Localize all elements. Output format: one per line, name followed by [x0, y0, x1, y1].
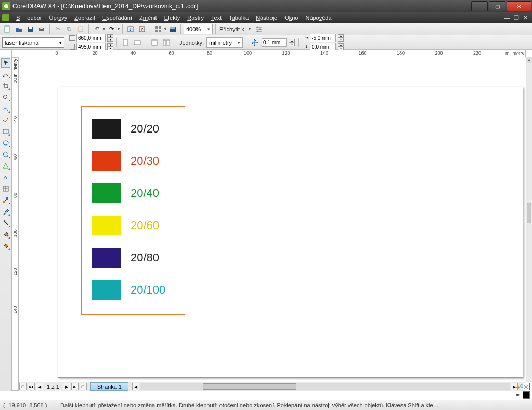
welcome-button[interactable] [167, 24, 178, 34]
menu-okno[interactable]: Okno [281, 15, 302, 21]
page-width-spinner[interactable]: ▴▾ [107, 34, 113, 42]
scroll-up-button[interactable]: ▲ [526, 57, 532, 63]
menu-upravy[interactable]: Úpravy [45, 15, 71, 21]
smart-drawing-tool[interactable] [1, 115, 10, 125]
menu-napoveda[interactable]: Nápověda [302, 15, 335, 21]
last-page-button[interactable]: ⏭ [71, 383, 79, 390]
next-page-button[interactable]: ▶ [63, 383, 70, 390]
svg-rect-10 [155, 30, 158, 32]
mdi-minimize-button[interactable]: — [502, 15, 512, 21]
app-launcher-button[interactable] [153, 24, 163, 34]
outline-color-indicator[interactable] [523, 391, 530, 399]
print-button[interactable] [36, 24, 47, 34]
zoom-select[interactable]: 400% [184, 24, 213, 34]
fill-tool[interactable] [1, 230, 10, 239]
no-fill-indicator[interactable] [523, 383, 530, 390]
crop-tool[interactable] [1, 81, 10, 90]
menu-tabulka[interactable]: Tabulka [225, 15, 252, 21]
freehand-tool[interactable] [1, 104, 10, 113]
pick-tool[interactable] [1, 58, 10, 68]
svg-point-15 [259, 28, 261, 30]
first-page-button[interactable]: ⏮ [28, 383, 35, 390]
nudge-input[interactable] [262, 38, 287, 47]
page-navigator: ⊞ ⏮ ◀ 1 z 1 ▶ ⏭ ⊞ Stránka 1 ◀ ▶ 🔍 [19, 382, 526, 391]
page-width-input[interactable] [76, 34, 106, 42]
menu-usporadani[interactable]: Uspořádání [99, 15, 136, 21]
options-button[interactable] [254, 24, 264, 34]
page-preset-select[interactable]: laser tiskárna [2, 37, 64, 48]
ruler-vertical[interactable]: milimetry 20406080100120140 [11, 57, 19, 391]
horizontal-scrollbar[interactable]: ◀ ▶ 🔍 [132, 383, 526, 390]
units-label: Jednotky: [178, 39, 205, 46]
vertical-scrollbar[interactable]: ▲ [526, 57, 532, 382]
rectangle-tool[interactable] [1, 127, 10, 136]
toolbox: A [0, 57, 11, 391]
undo-button[interactable]: ↶ [92, 24, 102, 34]
pages-facing-button[interactable] [161, 37, 172, 48]
window-titlebar: CorelDRAW X4 - [C:\Knedlová\Hein_2014_DP… [0, 0, 532, 12]
fill-bucket-icon: ◆ [514, 383, 522, 390]
menu-nastroje[interactable]: Nástroje [252, 15, 281, 21]
menu-soubor[interactable]: Soubor [12, 15, 45, 21]
color-swatch [92, 151, 121, 171]
ruler-horizontal[interactable]: 020406080100120140160180200220 milimetry [11, 50, 526, 57]
redo-button[interactable]: ↷ [106, 24, 116, 34]
cut-button[interactable]: ✂ [53, 24, 63, 34]
menu-zmenit[interactable]: Změnit [136, 15, 161, 21]
table-tool[interactable] [1, 184, 10, 193]
pages-single-button[interactable] [149, 37, 160, 48]
outline-tool[interactable] [1, 218, 10, 228]
dup-y-spinner[interactable]: ▴▾ [338, 43, 344, 50]
new-button[interactable] [2, 24, 12, 34]
open-button[interactable] [14, 24, 24, 34]
scroll-left-button[interactable]: ◀ [132, 383, 139, 390]
units-select[interactable]: milimetry [206, 37, 243, 48]
mdi-close-button[interactable]: ✕ [521, 15, 530, 21]
save-button[interactable] [25, 24, 35, 34]
ruler-v-label: 40 [12, 116, 18, 121]
menu-efekty[interactable]: Efekty [161, 15, 184, 21]
ruler-h-label: 80 [207, 50, 212, 56]
svg-rect-18 [134, 41, 140, 45]
eyedropper-tool[interactable] [1, 207, 10, 216]
interactive-fill-tool[interactable] [1, 241, 10, 250]
svg-rect-32 [6, 197, 8, 200]
polygon-tool[interactable] [1, 150, 10, 159]
add-page-after-button[interactable]: ⊞ [80, 383, 87, 390]
page-tab-1[interactable]: Stránka 1 [90, 382, 128, 391]
snap-dropdown[interactable]: ▾ [246, 27, 253, 31]
minimize-button[interactable]: — [471, 1, 488, 11]
menu-text[interactable]: Text [207, 15, 225, 21]
shape-tool[interactable] [1, 70, 10, 79]
basic-shapes-tool[interactable] [1, 161, 10, 170]
copy-button[interactable]: ⧉ [64, 24, 74, 34]
text-tool[interactable]: A [1, 173, 10, 182]
nudge-spinner[interactable]: ▴▾ [289, 39, 295, 46]
svg-point-26 [3, 141, 8, 145]
export-button[interactable] [137, 24, 147, 34]
drawing-canvas[interactable]: 20/2020/3020/4020/6020/8020/100 [19, 57, 526, 382]
scroll-thumb[interactable] [527, 203, 531, 223]
prev-page-button[interactable]: ◀ [36, 383, 43, 390]
mdi-restore-button[interactable]: ❐ [512, 15, 521, 21]
paste-button[interactable]: 📋 [75, 24, 86, 34]
landscape-button[interactable] [132, 37, 142, 48]
hscroll-thumb[interactable] [203, 383, 296, 390]
ellipse-tool[interactable] [1, 138, 10, 148]
zoom-tool[interactable] [1, 92, 10, 102]
close-button[interactable]: ✕ [507, 1, 531, 11]
maximize-button[interactable]: ▢ [489, 1, 505, 11]
dup-x-spinner[interactable]: ▴▾ [338, 34, 344, 42]
svg-point-14 [256, 26, 258, 28]
portrait-button[interactable] [120, 37, 131, 48]
page-height-spinner[interactable]: ▴▾ [107, 43, 113, 50]
svg-rect-11 [159, 30, 161, 32]
ruler-v-label: 80 [12, 192, 18, 197]
interactive-tool[interactable] [1, 195, 10, 205]
duplicate-x-input[interactable] [310, 34, 336, 42]
menu-zobrazit[interactable]: Zobrazit [71, 15, 99, 21]
menu-rastry[interactable]: Rastry [184, 15, 207, 21]
import-button[interactable] [125, 24, 136, 34]
ruler-h-label: 20 [92, 50, 97, 56]
add-page-button[interactable]: ⊞ [19, 383, 27, 390]
